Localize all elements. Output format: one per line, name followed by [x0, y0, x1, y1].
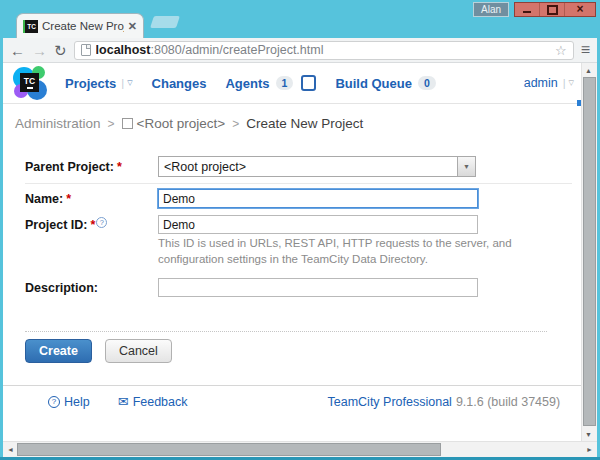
projects-link[interactable]: Projects — [65, 76, 116, 91]
window-titlebar: Alan × — [473, 2, 596, 17]
nav-item-agents[interactable]: Agents 1 — [225, 75, 316, 91]
window-controls: × — [514, 2, 596, 17]
nav-item-projects[interactable]: Projects | ▽ — [65, 76, 133, 91]
breadcrumb-administration[interactable]: Administration — [15, 116, 101, 131]
nav-item-changes[interactable]: Changes — [152, 76, 207, 91]
build-queue-link[interactable]: Build Queue — [335, 76, 412, 91]
browser-toolbar: ← → ↻ localhost:8080/admin/createProject… — [3, 38, 597, 63]
url-text[interactable]: localhost:8080/admin/createProject.html — [96, 43, 550, 57]
cancel-button[interactable]: Cancel — [105, 339, 172, 363]
back-icon[interactable]: ← — [10, 43, 25, 58]
scroll-left-icon[interactable]: ◄ — [7, 446, 14, 453]
version-info: TeamCity Professional9.1.6 (build 37459) — [328, 395, 561, 409]
help-link[interactable]: ?Help — [48, 395, 90, 409]
scroll-right-icon[interactable]: ► — [586, 446, 593, 453]
nav-user-menu[interactable]: admin | ▽ — [524, 76, 574, 90]
horizontal-scrollbar[interactable]: ◄ ► — [3, 441, 597, 457]
build-queue-count-badge: 0 — [418, 76, 436, 90]
divider — [25, 331, 547, 332]
maximize-icon — [547, 5, 558, 15]
select-dropdown-button[interactable]: ▼ — [457, 157, 475, 176]
description-label: Description: — [25, 281, 158, 295]
os-user-button[interactable]: Alan — [473, 2, 509, 17]
vertical-scrollbar[interactable]: ▲ ▼ — [581, 63, 597, 442]
description-row: Description: — [25, 278, 478, 297]
description-input[interactable] — [158, 278, 478, 297]
help-icon: ? — [48, 396, 60, 408]
teamcity-footer: ?Help ✉Feedback TeamCity Professional9.1… — [48, 394, 572, 409]
divider: | — [563, 77, 566, 89]
close-button[interactable]: × — [564, 3, 595, 16]
bookmark-star-icon[interactable]: ☆ — [555, 43, 567, 58]
breadcrumb-separator: > — [232, 117, 239, 131]
create-button[interactable]: Create — [25, 339, 92, 363]
agents-count-badge: 1 — [276, 76, 294, 90]
required-mark: * — [91, 218, 96, 232]
project-id-label: Project ID:*? — [25, 217, 158, 232]
browser-window: ← → ↻ localhost:8080/admin/createProject… — [3, 38, 597, 457]
breadcrumb-separator: > — [108, 117, 115, 131]
parent-project-value: <Root project> — [159, 160, 457, 174]
reload-icon[interactable]: ↻ — [54, 43, 67, 58]
tab-close-icon[interactable]: ✕ — [128, 20, 137, 33]
scroll-up-icon[interactable]: ▲ — [585, 67, 592, 74]
tab-title: Create New Project — Tea — [42, 20, 124, 32]
maximize-button[interactable] — [539, 3, 564, 16]
required-mark: * — [117, 160, 122, 174]
project-id-row: Project ID:*? — [25, 215, 478, 234]
parent-project-row: Parent Project:* <Root project> ▼ — [25, 156, 476, 177]
address-bar[interactable]: localhost:8080/admin/createProject.html … — [74, 41, 574, 60]
chevron-down-icon[interactable]: ▽ — [127, 79, 132, 87]
project-id-note: This ID is used in URLs, REST API, HTTP … — [158, 235, 530, 267]
changes-link[interactable]: Changes — [152, 76, 207, 91]
page-title: Create New Project — [246, 116, 363, 131]
teamcity-logo[interactable]: TC — [13, 66, 47, 100]
url-host: localhost — [96, 43, 151, 57]
chevron-down-icon[interactable]: ▽ — [569, 79, 574, 87]
close-icon: × — [576, 4, 583, 15]
help-icon[interactable]: ? — [96, 217, 107, 228]
minimize-button[interactable] — [515, 3, 539, 16]
vertical-scrollbar-thumb[interactable] — [583, 77, 596, 426]
teamcity-navbar: TC Projects | ▽ Changes Agents 1 — [3, 63, 582, 104]
project-id-input[interactable] — [158, 215, 478, 234]
product-name-link[interactable]: TeamCity Professional — [328, 395, 452, 409]
divider: | — [121, 77, 124, 89]
agents-link[interactable]: Agents — [225, 76, 269, 91]
logo-tc-mark: TC — [20, 73, 39, 92]
divider — [3, 385, 582, 386]
scroll-down-icon[interactable]: ▼ — [585, 431, 592, 438]
name-label: Name:* — [25, 192, 158, 206]
agent-status-icon[interactable] — [301, 75, 316, 91]
parent-project-select[interactable]: <Root project> ▼ — [158, 156, 476, 177]
new-tab-button[interactable] — [150, 16, 180, 28]
breadcrumb: Administration > <Root project> > Create… — [15, 116, 363, 131]
teamcity-favicon-icon: TC — [23, 20, 38, 33]
browser-content: TC Projects | ▽ Changes Agents 1 — [3, 63, 597, 457]
url-path: :8080/admin/createProject.html — [150, 43, 323, 57]
teamcity-page: TC Projects | ▽ Changes Agents 1 — [3, 63, 582, 442]
envelope-icon: ✉ — [118, 394, 129, 409]
parent-project-label: Parent Project:* — [25, 160, 158, 174]
os-window: Alan × TC Create New Project — Tea ✕ ← →… — [0, 0, 600, 460]
browser-menu-icon[interactable]: ≡ — [581, 41, 590, 59]
forward-icon: → — [32, 43, 47, 58]
required-mark: * — [66, 192, 71, 206]
form-actions: Create Cancel — [25, 339, 172, 363]
feedback-link[interactable]: ✉Feedback — [118, 394, 188, 409]
admin-user-link[interactable]: admin — [524, 76, 558, 90]
divider — [25, 183, 572, 184]
name-input[interactable] — [158, 189, 478, 208]
horizontal-scrollbar-thumb[interactable] — [17, 443, 441, 456]
project-icon — [122, 118, 133, 129]
nav-item-build-queue[interactable]: Build Queue 0 — [335, 76, 435, 91]
version-number: 9.1.6 (build 37459) — [456, 395, 560, 409]
dropdown-arrow-icon: ▼ — [463, 163, 470, 170]
browser-tab[interactable]: TC Create New Project — Tea ✕ — [16, 13, 144, 38]
page-icon[interactable] — [81, 44, 91, 56]
breadcrumb-root-project[interactable]: <Root project> — [137, 116, 226, 131]
minimize-icon — [523, 11, 531, 13]
name-row: Name:* — [25, 189, 478, 208]
